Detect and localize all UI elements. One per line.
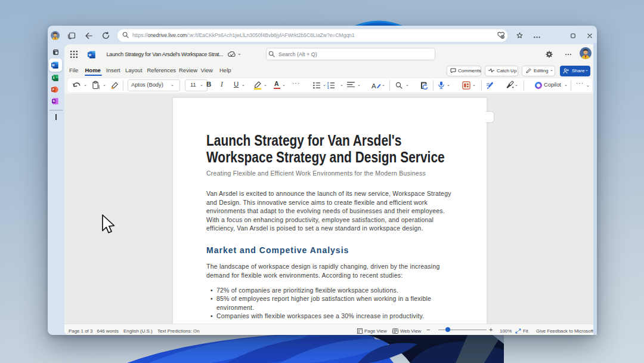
svg-text:W: W [88, 53, 91, 57]
svg-text:A: A [371, 82, 376, 90]
svg-text:W: W [52, 64, 55, 67]
svg-text:X: X [53, 76, 55, 79]
svg-text:N: N [52, 100, 54, 103]
